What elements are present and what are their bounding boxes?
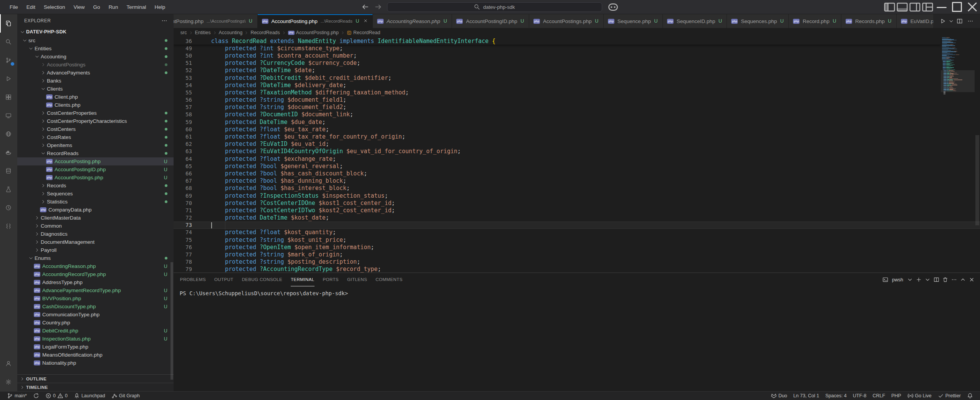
line-number[interactable]: 72 bbox=[174, 215, 192, 221]
sticky-scroll-line[interactable]: 36class RecordRead extends NamedEntity i… bbox=[174, 37, 941, 45]
tree-item-accounting[interactable]: Accounting bbox=[17, 53, 174, 61]
tab-euvatid-php[interactable]: phpEuVatID.phpU bbox=[897, 14, 933, 28]
breadcrumb-entities[interactable]: Entities bbox=[195, 30, 211, 35]
code-line-53[interactable]: 53 protected ?DebitCredit $debit_credit_… bbox=[174, 74, 980, 81]
code-line-71[interactable]: 71 protected ?CostCenterIDTwo $kost2_cos… bbox=[174, 207, 980, 214]
code-line-63[interactable]: 63 protected ?EuVatID4CountryOfOrigin $e… bbox=[174, 148, 980, 155]
chevron-right-icon[interactable] bbox=[40, 70, 47, 75]
tree-item-legalformtype-php[interactable]: phpLegalFormType.php bbox=[17, 343, 174, 351]
breadcrumb-recordreads[interactable]: RecordReads bbox=[250, 30, 280, 35]
chevron-right-icon[interactable] bbox=[40, 119, 47, 124]
problems-indicator[interactable]: 00 bbox=[42, 392, 71, 400]
copilot-icon[interactable] bbox=[607, 0, 619, 14]
line-number[interactable]: 77 bbox=[174, 251, 192, 258]
code-line-74[interactable]: 74 protected ?float $kost_quantity; bbox=[174, 229, 980, 236]
chevron-right-icon[interactable] bbox=[40, 135, 47, 140]
cursor-position[interactable]: Ln 73, Col 1 bbox=[790, 392, 822, 400]
line-number[interactable]: 60 bbox=[174, 126, 192, 132]
line-number[interactable]: 62 bbox=[174, 141, 192, 147]
panel-tab-gitlens[interactable]: GITLENS bbox=[347, 273, 367, 286]
tree-item-client-php[interactable]: phpClient.php bbox=[17, 93, 174, 101]
gitlens-activity-button[interactable] bbox=[0, 198, 17, 217]
line-number[interactable]: 71 bbox=[174, 207, 192, 213]
panel-tab-ports[interactable]: PORTS bbox=[323, 273, 339, 286]
chevron-down-icon[interactable] bbox=[21, 38, 28, 43]
chevron-right-icon[interactable] bbox=[40, 111, 47, 116]
run-dropdown-icon[interactable] bbox=[949, 16, 954, 26]
tree-item-accountpostingid-php[interactable]: phpAccountPostingID.phpU bbox=[17, 165, 174, 174]
line-number[interactable]: 51 bbox=[174, 60, 192, 66]
tree-item-advancepayments[interactable]: AdvancePayments bbox=[17, 69, 174, 77]
maximize-panel-button[interactable] bbox=[960, 277, 966, 283]
chevron-down-icon[interactable] bbox=[33, 54, 41, 59]
tree-item-inspectionstatus-php[interactable]: phpInspectionStatus.phpU bbox=[17, 335, 174, 343]
line-number[interactable]: 50 bbox=[174, 53, 192, 59]
tree-item-accountposting-php[interactable]: phpAccountPosting.phpU bbox=[17, 157, 174, 165]
settings-activity-button[interactable] bbox=[0, 373, 17, 391]
code-line-68[interactable]: 68 protected ?bool $has_interest_block; bbox=[174, 185, 980, 192]
code-line-67[interactable]: 67 protected ?bool $has_dunning_block; bbox=[174, 177, 980, 185]
split-terminal-button[interactable] bbox=[934, 277, 939, 283]
minimap[interactable] bbox=[941, 37, 975, 273]
sidebar-pane-timeline[interactable]: TIMELINE bbox=[17, 383, 174, 391]
panel-tab-comments[interactable]: COMMENTS bbox=[376, 273, 402, 286]
code-line-55[interactable]: 55 protected ?TaxationMethod $differing_… bbox=[174, 89, 980, 96]
split-editor-button[interactable] bbox=[955, 16, 965, 26]
kill-terminal-button[interactable] bbox=[942, 277, 948, 283]
code-line-66[interactable]: 66 protected ?bool $has_cash_discount_bl… bbox=[174, 170, 980, 177]
code-line-52[interactable]: 52 protected ?DateTime $date; bbox=[174, 67, 980, 74]
search-activity-button[interactable] bbox=[0, 33, 17, 51]
code-line-49[interactable]: 49 protected ?int $circumstance_type; bbox=[174, 45, 980, 52]
gitlab-duo-status[interactable]: Duo bbox=[768, 392, 790, 400]
database-activity-button[interactable] bbox=[0, 162, 17, 180]
tree-item-common[interactable]: Common bbox=[17, 222, 174, 230]
chevron-right-icon[interactable] bbox=[33, 231, 41, 236]
chevron-right-icon[interactable] bbox=[40, 62, 47, 67]
shell-label[interactable]: pwsh bbox=[892, 277, 903, 283]
source-control-activity-button[interactable] bbox=[0, 51, 17, 69]
menu-view[interactable]: View bbox=[70, 3, 89, 12]
extensions-activity-button[interactable] bbox=[0, 88, 17, 106]
tree-item-bvvposition-php[interactable]: phpBVVPosition.phpU bbox=[17, 294, 174, 302]
tree-item-entities[interactable]: Entities bbox=[17, 45, 174, 53]
line-number[interactable]: 57 bbox=[174, 104, 192, 110]
tree-item-accountpostings-php[interactable]: phpAccountPostings.phpU bbox=[17, 174, 174, 182]
chevron-down-icon[interactable] bbox=[40, 86, 47, 91]
back-button[interactable] bbox=[361, 3, 369, 11]
accounts-activity-button[interactable] bbox=[0, 354, 17, 373]
window-minimize-button[interactable] bbox=[934, 0, 949, 14]
close-icon[interactable] bbox=[363, 18, 369, 24]
tab-sequences-php[interactable]: phpSequences.phpU bbox=[727, 14, 789, 28]
live-server-activity-button[interactable] bbox=[0, 125, 17, 143]
chevron-right-icon[interactable] bbox=[33, 223, 41, 228]
indentation[interactable]: Spaces: 4 bbox=[822, 392, 850, 400]
panel-tab-problems[interactable]: PROBLEMS bbox=[180, 273, 206, 286]
toggle-secondary-sidebar-button[interactable] bbox=[909, 0, 921, 14]
code-line-78[interactable]: 78 protected ?string $posting_descriptio… bbox=[174, 258, 980, 266]
run-button[interactable] bbox=[938, 16, 948, 26]
line-number[interactable]: 76 bbox=[174, 244, 192, 250]
tree-item-clientmasterdata[interactable]: ClientMasterData bbox=[17, 214, 174, 222]
code-line-51[interactable]: 51 protected ?CurrencyCode $currency_cod… bbox=[174, 60, 980, 67]
tab-record-php[interactable]: phpRecord.phpU bbox=[789, 14, 841, 28]
more-actions-button[interactable] bbox=[965, 16, 975, 26]
tab-accountposting-php[interactable]: phpAccountPosting.php...\RecordReadsU bbox=[258, 14, 373, 28]
tree-item-records[interactable]: Records bbox=[17, 182, 174, 190]
code-line-62[interactable]: 62 protected ?EuVatID $eu_vat_id; bbox=[174, 140, 980, 148]
tree-item-openitems[interactable]: OpenItems bbox=[17, 141, 174, 149]
code-line-59[interactable]: 59 protected DateTime $due_date; bbox=[174, 118, 980, 126]
tree-item-statistics[interactable]: Statistics bbox=[17, 198, 174, 206]
code-line-79[interactable]: 79 protected ?AccountingRecordType $reco… bbox=[174, 266, 980, 273]
window-maximize-button[interactable] bbox=[949, 0, 965, 14]
code-line-61[interactable]: 61 protected ?float $eu_tax_rate_for_cou… bbox=[174, 133, 980, 140]
menu-edit[interactable]: Edit bbox=[22, 3, 40, 12]
language-mode[interactable]: PHP bbox=[888, 392, 904, 400]
code-line-72[interactable]: 72 protected DateTime $kost_date; bbox=[174, 214, 980, 221]
chevron-right-icon[interactable] bbox=[40, 191, 47, 196]
line-number[interactable]: 53 bbox=[174, 75, 192, 81]
code-line-50[interactable]: 50 protected ?int $contra_account_number… bbox=[174, 52, 980, 59]
prettier-status[interactable]: Prettier bbox=[935, 392, 964, 400]
menu-selection[interactable]: Selection bbox=[40, 3, 70, 12]
tab-sequenceid-php[interactable]: phpSequenceID.phpU bbox=[663, 14, 727, 28]
line-number[interactable]: 67 bbox=[174, 178, 192, 184]
